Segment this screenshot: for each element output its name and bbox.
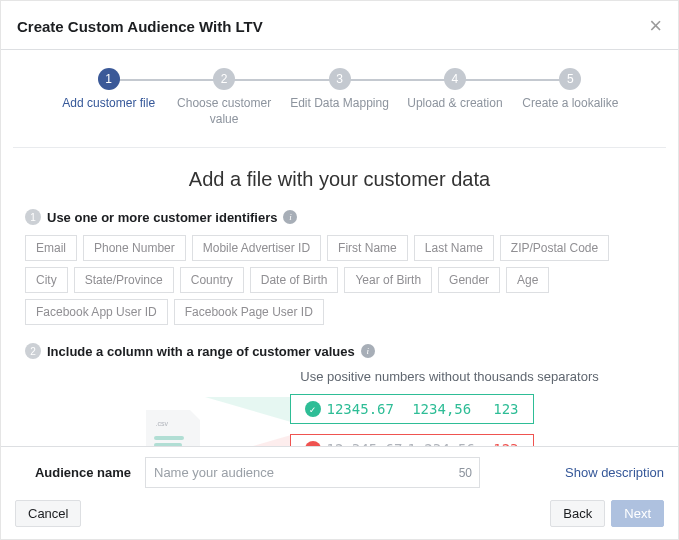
step-connector [455, 79, 570, 81]
chip-email[interactable]: Email [25, 235, 77, 261]
characters-remaining: 50 [459, 466, 472, 480]
dialog-footer: Audience name 50 Show description Cancel… [1, 446, 678, 539]
step-label: Edit Data Mapping [290, 96, 389, 112]
show-description-link[interactable]: Show description [565, 465, 664, 480]
check-icon: ✓ [305, 401, 321, 417]
step-connector [109, 79, 224, 81]
info-icon[interactable]: i [283, 210, 297, 224]
chip-state-province[interactable]: State/Province [74, 267, 174, 293]
example-value: 12345.67 [327, 401, 410, 417]
back-button[interactable]: Back [550, 500, 605, 527]
step-label: Add customer file [62, 96, 155, 112]
chip-facebook-page-user-id[interactable]: Facebook Page User ID [174, 299, 324, 325]
step-number: 4 [444, 68, 466, 90]
step-number: 3 [329, 68, 351, 90]
example-value: -123 [475, 441, 519, 446]
chip-phone-number[interactable]: Phone Number [83, 235, 186, 261]
section-title: Use one or more customer identifiers [47, 210, 277, 225]
chip-year-of-birth[interactable]: Year of Birth [344, 267, 432, 293]
chip-date-of-birth[interactable]: Date of Birth [250, 267, 339, 293]
example-row-valid: ✓ 12345.67 1234,56 123 [290, 394, 534, 424]
identifier-chips: Email Phone Number Mobile Advertiser ID … [25, 235, 654, 325]
section-number: 2 [25, 343, 41, 359]
section-identifiers: 1 Use one or more customer identifiers i… [1, 209, 678, 325]
section-customer-values: 2 Include a column with a range of custo… [1, 343, 678, 446]
audience-name-input[interactable] [145, 457, 480, 488]
chip-first-name[interactable]: First Name [327, 235, 408, 261]
dialog-body[interactable]: 1 Add customer file 2 Choose customer va… [1, 50, 678, 446]
chip-city[interactable]: City [25, 267, 68, 293]
step-create-lookalike[interactable]: 5 Create a lookalike [513, 68, 628, 112]
step-add-customer-file[interactable]: 1 Add customer file [51, 68, 166, 112]
step-connector [340, 79, 455, 81]
example-rows: ✓ 12345.67 1234,56 123 ✕ 12,345.67 1.234… [290, 394, 534, 446]
step-number: 5 [559, 68, 581, 90]
section-number: 1 [25, 209, 41, 225]
step-connector [224, 79, 339, 81]
file-extension-label: .csv [156, 420, 168, 427]
section-title: Include a column with a range of custome… [47, 344, 355, 359]
stepper: 1 Add customer file 2 Choose customer va… [13, 50, 666, 148]
section-header: 2 Include a column with a range of custo… [25, 343, 654, 359]
audience-name-label: Audience name [15, 465, 145, 480]
step-edit-data-mapping[interactable]: 3 Edit Data Mapping [282, 68, 397, 112]
step-label: Choose customer value [169, 96, 279, 127]
format-examples: .csv ✓ 12345.67 1234,56 123 ✕ 12,345.67 … [25, 394, 654, 446]
dialog-header: Create Custom Audience With LTV × [1, 1, 678, 50]
audience-name-input-wrap: 50 [145, 457, 480, 488]
step-label: Create a lookalike [522, 96, 618, 112]
chip-age[interactable]: Age [506, 267, 549, 293]
cancel-button[interactable]: Cancel [15, 500, 81, 527]
chip-last-name[interactable]: Last Name [414, 235, 494, 261]
chip-mobile-advertiser-id[interactable]: Mobile Advertiser ID [192, 235, 321, 261]
section-header: 1 Use one or more customer identifiers i [25, 209, 654, 225]
info-icon[interactable]: i [361, 344, 375, 358]
example-value: 12,345.67 [327, 441, 408, 446]
step-choose-customer-value[interactable]: 2 Choose customer value [166, 68, 281, 127]
step-number: 2 [213, 68, 235, 90]
audience-name-row: Audience name 50 Show description [15, 457, 664, 488]
step-upload-creation[interactable]: 4 Upload & creation [397, 68, 512, 112]
close-icon[interactable]: × [649, 15, 662, 37]
error-icon: ✕ [305, 441, 321, 446]
chip-facebook-app-user-id[interactable]: Facebook App User ID [25, 299, 168, 325]
format-hint: Use positive numbers without thousands s… [245, 369, 654, 384]
dialog: Create Custom Audience With LTV × 1 Add … [0, 0, 679, 540]
step-label: Upload & creation [407, 96, 502, 112]
page-heading: Add a file with your customer data [1, 168, 678, 191]
button-row: Cancel Back Next [15, 500, 664, 527]
next-button[interactable]: Next [611, 500, 664, 527]
example-value: 1.234,56 [407, 441, 474, 446]
chip-country[interactable]: Country [180, 267, 244, 293]
step-number: 1 [98, 68, 120, 90]
chip-gender[interactable]: Gender [438, 267, 500, 293]
chip-zip-postal-code[interactable]: ZIP/Postal Code [500, 235, 609, 261]
csv-file-icon: .csv [146, 410, 200, 446]
example-row-invalid: ✕ 12,345.67 1.234,56 -123 [290, 434, 534, 446]
example-value: 1234,56 [410, 401, 474, 417]
example-value: 123 [474, 401, 519, 417]
dialog-title: Create Custom Audience With LTV [17, 18, 263, 35]
